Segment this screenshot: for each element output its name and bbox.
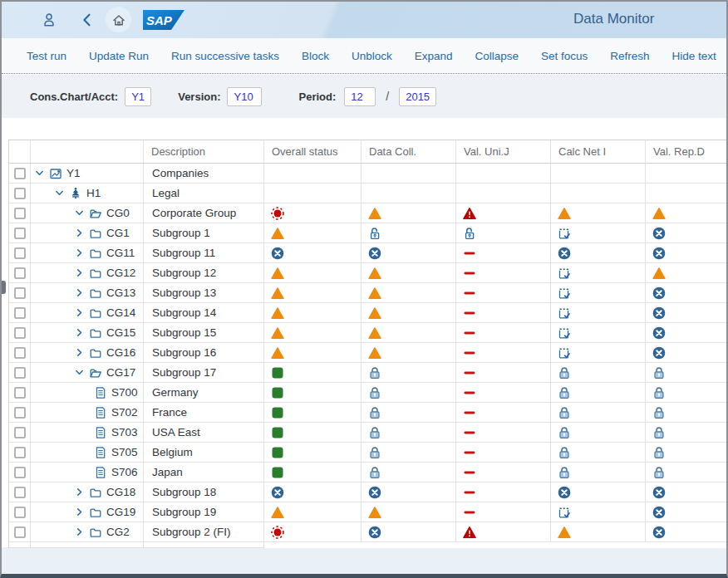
status-warning-icon[interactable] (368, 346, 381, 360)
status-not-relevant-icon[interactable] (463, 406, 476, 419)
tree-expander-collapse-icon[interactable] (74, 367, 85, 378)
status-warning-icon[interactable] (271, 227, 284, 240)
status-blocked-icon[interactable] (652, 326, 666, 340)
tree-expander-expand-icon[interactable] (74, 247, 85, 258)
toolbar-collapse[interactable]: Collapse (475, 50, 519, 62)
node-id[interactable]: H1 (86, 187, 101, 199)
cons-chart-input[interactable]: Y1 (125, 87, 151, 106)
row-checkbox[interactable] (14, 247, 26, 259)
status-warning-icon[interactable] (368, 506, 381, 519)
row-checkbox[interactable] (14, 327, 26, 339)
tree-expander-collapse-icon[interactable] (74, 208, 85, 218)
status-blocked-icon[interactable] (652, 346, 666, 360)
node-id[interactable]: CG13 (106, 287, 135, 299)
row-checkbox[interactable] (14, 467, 26, 478)
row-checkbox[interactable] (14, 168, 26, 179)
status-locked-icon[interactable] (652, 446, 666, 459)
status-locked-icon[interactable] (558, 386, 571, 399)
status-warning-icon[interactable] (652, 267, 666, 280)
status-warning-icon[interactable] (368, 306, 381, 320)
status-ok-icon[interactable] (271, 406, 284, 419)
status-ok-icon[interactable] (271, 386, 284, 399)
status-ok-icon[interactable] (271, 466, 284, 479)
status-not-relevant-icon[interactable] (463, 247, 476, 260)
node-id[interactable]: S702 (111, 406, 138, 419)
row-checkbox[interactable] (14, 447, 26, 458)
row-checkbox[interactable] (14, 307, 26, 319)
status-failed-icon[interactable] (271, 526, 284, 539)
toolbar-update-run[interactable]: Update Run (89, 50, 149, 62)
node-id[interactable]: CG0 (106, 207, 130, 219)
status-blocked-icon[interactable] (652, 526, 666, 539)
node-id[interactable]: CG17 (106, 366, 135, 379)
status-locked-icon[interactable] (368, 366, 381, 380)
node-id[interactable]: S705 (111, 446, 138, 458)
toolbar-run-successive-tasks[interactable]: Run successive tasks (171, 50, 279, 62)
status-blocked-icon[interactable] (368, 486, 381, 499)
status-not-relevant-icon[interactable] (463, 426, 476, 439)
node-id[interactable]: Y1 (66, 167, 81, 179)
node-id[interactable]: CG11 (106, 247, 135, 259)
status-blocked-icon[interactable] (652, 506, 666, 519)
status-warning-icon[interactable] (271, 506, 284, 519)
status-unlocked-icon[interactable] (368, 227, 381, 240)
status-error-icon[interactable] (463, 207, 476, 220)
row-checkbox[interactable] (14, 527, 26, 538)
status-locked-icon[interactable] (368, 426, 381, 439)
row-checkbox[interactable] (14, 347, 26, 359)
status-not-relevant-icon[interactable] (463, 267, 476, 280)
status-locked-icon[interactable] (368, 406, 381, 419)
status-blocked-icon[interactable] (558, 486, 571, 499)
status-locked-icon[interactable] (558, 366, 571, 380)
status-ok-icon[interactable] (271, 446, 284, 459)
back-icon[interactable] (80, 12, 95, 27)
status-locked-icon[interactable] (652, 406, 666, 419)
status-failed-icon[interactable] (271, 207, 284, 220)
status-blocked-icon[interactable] (652, 247, 666, 260)
status-warning-icon[interactable] (652, 207, 666, 220)
node-id[interactable]: CG12 (106, 267, 135, 279)
node-id[interactable]: CG16 (106, 346, 135, 359)
status-blocked-icon[interactable] (368, 247, 381, 260)
row-checkbox[interactable] (14, 208, 26, 219)
row-checkbox[interactable] (14, 387, 26, 399)
node-id[interactable]: CG15 (106, 326, 135, 339)
status-locked-icon[interactable] (368, 386, 381, 399)
status-warning-icon[interactable] (368, 326, 381, 340)
toolbar-set-focus[interactable]: Set focus (541, 50, 588, 62)
status-task-open-icon[interactable] (558, 346, 571, 360)
status-warning-icon[interactable] (368, 207, 381, 220)
tree-expander-collapse-icon[interactable] (54, 188, 65, 198)
status-warning-icon[interactable] (558, 207, 571, 220)
row-checkbox[interactable] (14, 487, 26, 498)
status-not-relevant-icon[interactable] (463, 486, 476, 499)
status-task-open-icon[interactable] (558, 306, 571, 320)
status-task-open-icon[interactable] (558, 506, 571, 519)
tree-expander-expand-icon[interactable] (74, 228, 85, 238)
status-warning-icon[interactable] (271, 287, 284, 300)
status-unlocked-icon[interactable] (463, 227, 476, 240)
row-checkbox[interactable] (14, 228, 26, 239)
status-warning-icon[interactable] (558, 526, 571, 539)
status-locked-icon[interactable] (368, 466, 381, 479)
status-warning-icon[interactable] (271, 267, 284, 280)
side-panel-handle[interactable] (2, 281, 6, 294)
status-blocked-icon[interactable] (652, 306, 666, 320)
status-blocked-icon[interactable] (652, 287, 666, 300)
row-checkbox[interactable] (14, 267, 26, 279)
toolbar-block[interactable]: Block (302, 50, 329, 62)
tree-expander-collapse-icon[interactable] (34, 168, 45, 179)
status-not-relevant-icon[interactable] (463, 306, 476, 320)
status-task-open-icon[interactable] (558, 287, 571, 300)
status-warning-icon[interactable] (368, 287, 381, 300)
status-task-open-icon[interactable] (558, 227, 571, 240)
period-year-input[interactable]: 2015 (399, 87, 436, 106)
node-id[interactable]: CG1 (106, 227, 130, 239)
status-not-relevant-icon[interactable] (463, 506, 476, 519)
toolbar-test-run[interactable]: Test run (27, 50, 66, 62)
toolbar-expand[interactable]: Expand (415, 50, 453, 62)
tree-expander-expand-icon[interactable] (74, 307, 85, 318)
status-locked-icon[interactable] (558, 466, 571, 479)
user-profile-icon[interactable] (42, 12, 57, 27)
toolbar-unblock[interactable]: Unblock (352, 50, 392, 62)
